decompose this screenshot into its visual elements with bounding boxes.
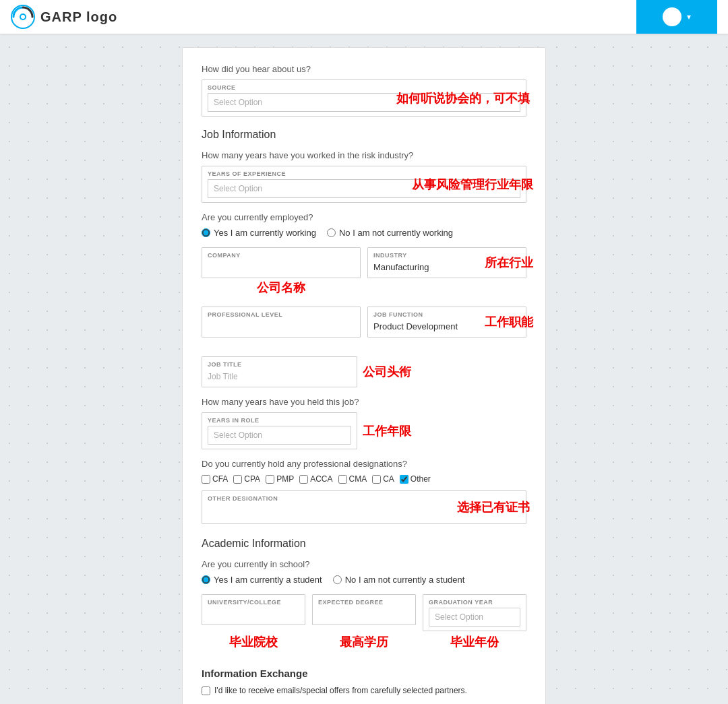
- employed-radio-group: Yes I am currently working No I am not c…: [202, 228, 526, 238]
- prof-level-job-func-row: PROFESSIONAL LEVEL JOB FUNCTION Product …: [202, 307, 526, 347]
- hear-about-us-question: How did you hear about us?: [202, 64, 526, 74]
- graduation-year-annotation: 毕业年份: [450, 634, 499, 650]
- company-annotation: 公司名称: [257, 280, 305, 296]
- cma-checkbox[interactable]: [338, 475, 347, 484]
- acca-checkbox[interactable]: [299, 475, 308, 484]
- graduation-year-select[interactable]: Select Option: [429, 608, 520, 627]
- checkbox-other[interactable]: Other: [400, 474, 431, 484]
- professional-level-group: PROFESSIONAL LEVEL: [202, 307, 361, 338]
- in-school-no-label: No I am not currently a student: [345, 575, 465, 585]
- industry-label: INDUSTRY: [373, 252, 520, 259]
- job-function-label: JOB FUNCTION: [373, 311, 520, 318]
- checkbox-cfa[interactable]: CFA: [202, 474, 228, 484]
- years-experience-label: YEARS OF EXPERIENCE: [208, 170, 520, 177]
- in-school-radio-group: Yes I am currently a student No I am not…: [202, 575, 526, 585]
- checkbox-acca[interactable]: ACCA: [299, 474, 332, 484]
- job-title-annotation: 公司头衔: [363, 364, 411, 380]
- university-label: UNIVERSITY/COLLEGE: [208, 599, 299, 606]
- professional-level-box: PROFESSIONAL LEVEL: [202, 307, 361, 338]
- employed-no-label: No I am not currently working: [339, 228, 453, 238]
- in-school-no-option[interactable]: No I am not currently a student: [333, 575, 465, 585]
- years-experience-wrapper: YEARS OF EXPERIENCE Select Option 从事风险管理…: [202, 166, 526, 203]
- employed-yes-option[interactable]: Yes I am currently working: [202, 228, 316, 238]
- user-menu[interactable]: ▾: [636, 0, 717, 34]
- source-field-wrapper: SOURCE Select Option 如何听说协会的，可不填: [202, 79, 526, 117]
- in-school-yes-option[interactable]: Yes I am currently a student: [202, 575, 322, 585]
- employed-question: Are you currently employed?: [202, 212, 526, 222]
- checkbox-cpa[interactable]: CPA: [233, 474, 260, 484]
- source-label: SOURCE: [208, 84, 520, 91]
- in-school-question: Are you currently in school?: [202, 559, 526, 569]
- chevron-down-icon: ▾: [687, 12, 691, 22]
- company-input[interactable]: [208, 261, 355, 274]
- logo-text: GARP logo: [40, 9, 117, 25]
- years-experience-select[interactable]: Select Option: [208, 179, 520, 198]
- source-select[interactable]: Select Option: [208, 93, 520, 112]
- company-box: COMPANY: [202, 247, 361, 278]
- checkbox-cma[interactable]: CMA: [338, 474, 367, 484]
- job-title-group: JOB TITLE 公司头衔: [202, 356, 357, 387]
- other-designation-wrapper: OTHER DESIGNATION 选择已有证书: [202, 490, 526, 524]
- logo-area: GARP logo: [11, 5, 117, 29]
- job-function-group: JOB FUNCTION Product Development 工作职能: [367, 307, 526, 338]
- expected-degree-annotation: 最高学历: [340, 634, 388, 650]
- years-in-role-section: How many years have you held this job? Y…: [202, 397, 526, 449]
- years-in-role-select[interactable]: Select Option: [208, 426, 351, 445]
- hear-about-us-section: How did you hear about us? SOURCE Select…: [202, 64, 526, 117]
- acca-label: ACCA: [310, 474, 332, 484]
- graduation-year-label: GRADUATION YEAR: [429, 599, 520, 606]
- info-exchange-checkbox[interactable]: [202, 686, 210, 695]
- years-experience-box: YEARS OF EXPERIENCE Select Option: [202, 166, 526, 203]
- company-label: COMPANY: [208, 252, 355, 259]
- source-field-box: SOURCE Select Option: [202, 79, 526, 117]
- header: GARP logo ▾: [0, 0, 728, 34]
- svg-point-2: [21, 15, 25, 19]
- expected-degree-label: EXPECTED DEGREE: [318, 599, 410, 606]
- professional-level-input[interactable]: [208, 320, 355, 333]
- main-content: How did you hear about us? SOURCE Select…: [0, 34, 728, 704]
- job-title-label: JOB TITLE: [208, 361, 351, 368]
- expected-degree-box: EXPECTED DEGREE: [312, 594, 416, 625]
- other-checkbox[interactable]: [400, 475, 408, 484]
- employed-no-radio[interactable]: [327, 228, 336, 237]
- company-field-group: COMPANY 公司名称: [202, 247, 361, 278]
- years-in-role-wrapper: YEARS IN ROLE Select Option 工作年限: [202, 412, 357, 449]
- garp-logo-icon: [11, 5, 35, 29]
- designations-question: Do you currently hold any professional d…: [202, 459, 526, 469]
- in-school-yes-radio[interactable]: [202, 575, 210, 584]
- in-school-yes-label: Yes I am currently a student: [214, 575, 322, 585]
- years-in-role-question: How many years have you held this job?: [202, 397, 526, 407]
- cpa-checkbox[interactable]: [233, 475, 242, 484]
- employed-yes-radio[interactable]: [202, 228, 210, 237]
- job-title-input[interactable]: [208, 370, 351, 383]
- designations-section: Do you currently hold any professional d…: [202, 459, 526, 524]
- employed-no-option[interactable]: No I am not currently working: [327, 228, 453, 238]
- years-in-role-label: YEARS IN ROLE: [208, 417, 351, 424]
- years-experience-question: How many years have you worked in the ri…: [202, 150, 526, 160]
- checkbox-pmp[interactable]: PMP: [266, 474, 294, 484]
- expected-degree-group: EXPECTED DEGREE 最高学历: [312, 594, 416, 631]
- industry-box: INDUSTRY Manufacturing: [367, 247, 526, 278]
- graduation-year-box: GRADUATION YEAR Select Option: [423, 594, 526, 631]
- avatar: [663, 7, 681, 26]
- in-school-no-radio[interactable]: [333, 575, 342, 584]
- years-experience-section: How many years have you worked in the ri…: [202, 150, 526, 203]
- job-function-value: Product Development: [373, 320, 520, 333]
- info-exchange-label: I'd like to receive emails/special offer…: [214, 686, 467, 695]
- academic-info-title: Academic Information: [202, 538, 526, 550]
- other-label: Other: [411, 474, 431, 484]
- cfa-checkbox[interactable]: [202, 475, 210, 484]
- graduation-year-group: GRADUATION YEAR Select Option 毕业年份: [423, 594, 526, 631]
- other-designation-label: OTHER DESIGNATION: [208, 495, 520, 502]
- pmp-checkbox[interactable]: [266, 475, 274, 484]
- ca-checkbox[interactable]: [372, 475, 381, 484]
- university-input[interactable]: [208, 608, 299, 620]
- checkbox-ca[interactable]: CA: [372, 474, 394, 484]
- cfa-label: CFA: [212, 474, 228, 484]
- academic-fields-row: UNIVERSITY/COLLEGE 毕业院校 EXPECTED DEGREE …: [202, 594, 526, 641]
- other-designation-box: OTHER DESIGNATION: [202, 490, 526, 524]
- expected-degree-input[interactable]: [318, 608, 410, 620]
- job-function-box: JOB FUNCTION Product Development: [367, 307, 526, 338]
- years-in-role-annotation: 工作年限: [363, 423, 411, 439]
- job-info-title: Job Information: [202, 129, 526, 141]
